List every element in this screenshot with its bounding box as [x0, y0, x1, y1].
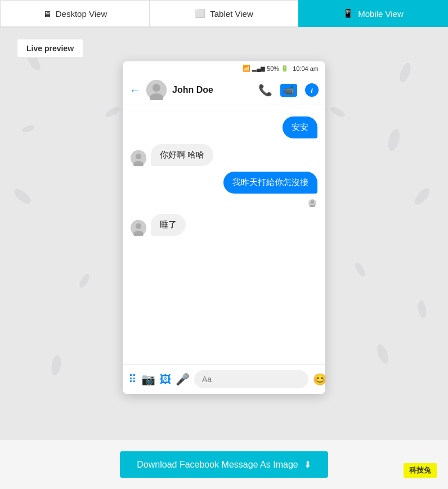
svg-point-2	[397, 61, 413, 83]
tab-bar: 🖥 Desktop View ⬜ Tablet View 📱 Mobile Vi…	[0, 0, 448, 28]
phone-mockup: 📶 ▂▄▆ 50% 🔋 10:04 am ← John Doe 📞 📹	[123, 61, 325, 394]
message-row-2: 你好啊 哈哈	[131, 144, 317, 166]
message-bubble-1: 安安	[283, 116, 317, 138]
live-preview-badge: Live preview	[17, 39, 83, 58]
mic-icon[interactable]: 🎤	[176, 373, 190, 386]
status-time: 10:04 am	[293, 65, 319, 72]
svg-point-5	[412, 186, 432, 207]
svg-point-25	[136, 223, 141, 229]
photo-icon[interactable]: 🖼	[160, 373, 171, 386]
tablet-icon: ⬜	[195, 8, 205, 19]
call-icon[interactable]: 📞	[258, 83, 272, 97]
svg-point-7	[375, 343, 390, 365]
battery-icon: 🔋	[281, 65, 289, 72]
tab-mobile-label: Mobile View	[358, 9, 404, 19]
contact-name: John Doe	[172, 85, 253, 95]
message-bubble-2: 你好啊 哈哈	[151, 144, 213, 166]
preview-area: Live preview 📶 ▂▄▆ 50% 🔋 10:04 am ←	[0, 28, 448, 440]
battery-percent: 50%	[267, 65, 279, 72]
status-icons: 📶 ▂▄▆ 50% 🔋 10:04 am	[243, 65, 319, 72]
message-input[interactable]	[194, 370, 308, 388]
input-bar: ⠿ 📷 🖼 🎤 😊 👍	[123, 364, 325, 394]
svg-point-16	[153, 84, 160, 92]
live-preview-label: Live preview	[26, 44, 74, 53]
svg-point-13	[416, 299, 427, 318]
svg-point-22	[311, 200, 314, 204]
emoji-icon[interactable]: 😊	[313, 373, 325, 386]
wifi-icon: 📶	[243, 65, 250, 72]
video-icon[interactable]: 📹	[280, 84, 297, 97]
tab-desktop-label: Desktop View	[56, 9, 107, 19]
download-icon: ⬇	[304, 459, 311, 470]
svg-point-14	[386, 128, 402, 152]
svg-point-12	[21, 124, 35, 134]
status-bar: 📶 ▂▄▆ 50% 🔋 10:04 am	[123, 61, 325, 75]
svg-line-3	[402, 63, 409, 82]
message-bubble-3: 我昨天打給你怎沒接	[223, 172, 317, 194]
svg-point-8	[104, 105, 121, 119]
contact-avatar	[146, 80, 167, 100]
chat-area: 安安 你好啊 哈哈 我昨天打給你怎沒接	[123, 105, 325, 364]
grid-icon[interactable]: ⠿	[128, 373, 137, 386]
camera-icon[interactable]: 📷	[141, 373, 155, 386]
read-receipt	[131, 199, 317, 208]
svg-point-11	[353, 261, 367, 278]
message-bubble-4: 睡了	[151, 214, 186, 236]
desktop-icon: 🖥	[43, 9, 51, 19]
signal-bars-icon: ▂▄▆	[252, 65, 265, 71]
messenger-header: ← John Doe 📞 📹 i	[123, 75, 325, 105]
svg-point-6	[50, 355, 62, 376]
download-button[interactable]: Download Facebook Message As Image ⬇	[120, 451, 328, 478]
tab-desktop[interactable]: 🖥 Desktop View	[0, 0, 149, 27]
svg-point-10	[78, 272, 91, 289]
svg-point-9	[329, 105, 346, 119]
message-row-1: 安安	[131, 116, 317, 138]
message-row-3: 我昨天打給你怎沒接	[131, 172, 317, 194]
received-avatar-2	[131, 150, 146, 166]
message-row-4: 睡了	[131, 214, 317, 236]
tab-mobile[interactable]: 📱 Mobile View	[298, 0, 448, 27]
received-avatar-4	[131, 220, 146, 236]
svg-point-19	[136, 154, 141, 159]
back-button[interactable]: ←	[129, 84, 141, 97]
brand-badge: 科技兔	[404, 463, 437, 478]
svg-point-4	[12, 186, 33, 206]
mobile-icon: 📱	[343, 8, 353, 19]
bottom-area: Download Facebook Message As Image ⬇ 科技兔	[0, 440, 448, 489]
info-icon[interactable]: i	[305, 83, 319, 97]
tab-tablet-label: Tablet View	[210, 9, 253, 19]
tab-tablet[interactable]: ⬜ Tablet View	[149, 0, 298, 27]
header-actions: 📞 📹 i	[258, 83, 319, 97]
download-button-label: Download Facebook Message As Image	[137, 460, 298, 470]
